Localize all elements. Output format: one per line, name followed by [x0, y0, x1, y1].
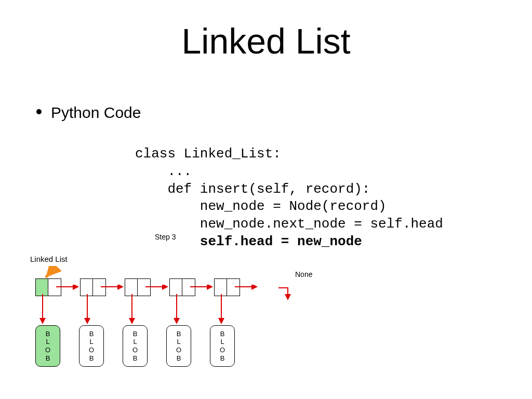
- blob-text: B: [133, 354, 138, 363]
- bullet-line: Python Code: [36, 104, 141, 122]
- connector-icon: [106, 278, 125, 296]
- blob-text: B: [220, 330, 225, 338]
- blob-text: B: [133, 330, 138, 338]
- blob-text: L: [89, 338, 93, 346]
- blob-text: L: [177, 338, 180, 346]
- linked-list-label: Linked List: [30, 255, 68, 263]
- connector-icon: [61, 278, 80, 296]
- blob-text: L: [220, 338, 224, 346]
- connector-icon: [195, 278, 214, 296]
- blob-text: O: [45, 346, 50, 354]
- slide-title: Linked List: [0, 21, 532, 61]
- blob-text: B: [89, 330, 94, 338]
- code-line-5: new_node.next_node = self.head: [135, 216, 443, 232]
- blob-text: O: [89, 346, 94, 354]
- blob-text: B: [89, 354, 94, 363]
- code-line-3: def insert(self, record):: [135, 181, 370, 197]
- blob-text: B: [46, 330, 50, 338]
- blob-text: O: [220, 346, 225, 354]
- step-label: Step 3: [155, 233, 176, 241]
- blob-text: O: [132, 346, 138, 354]
- code-block: class Linked_List: ... def insert(self, …: [135, 145, 443, 251]
- blob-text: B: [46, 354, 50, 363]
- code-line-1: class Linked_List:: [135, 146, 281, 162]
- blob-text: L: [46, 338, 49, 346]
- blob-text: B: [177, 330, 181, 338]
- blob-text: L: [133, 338, 137, 346]
- blob-text: B: [220, 354, 225, 363]
- blob-text: B: [177, 354, 181, 363]
- none-label: None: [295, 270, 312, 278]
- blob-box: B L O B: [210, 325, 235, 367]
- blob-box: B L O B: [166, 325, 191, 367]
- blob-box: B L O B: [79, 325, 104, 367]
- connector-icon: [240, 278, 259, 296]
- blobs-row: B L O B B L O B B L O B B L O B: [35, 325, 235, 367]
- blob-box: B L O B: [35, 325, 60, 367]
- code-line-4: new_node = Node(record): [135, 198, 387, 214]
- connector-icon: [151, 278, 169, 296]
- linked-list-diagram: Step 3 Linked List: [30, 238, 321, 378]
- code-line-2: ...: [135, 164, 192, 179]
- svg-line-0: [46, 267, 55, 277]
- blob-box: B L O B: [123, 325, 148, 367]
- nodes-row: [35, 278, 259, 296]
- blob-text: O: [176, 346, 181, 354]
- bullet-dot: [36, 109, 42, 114]
- bullet-text: Python Code: [51, 104, 141, 121]
